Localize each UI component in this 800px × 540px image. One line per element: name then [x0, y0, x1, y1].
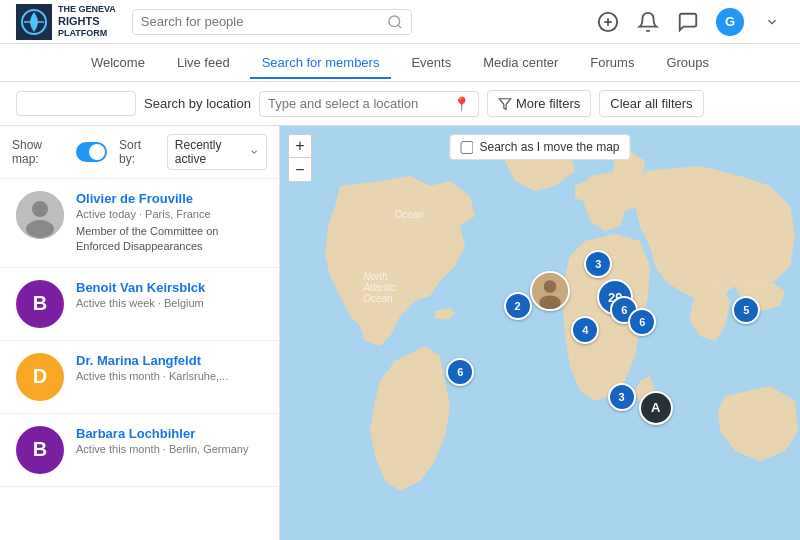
map-cluster[interactable]: A [639, 391, 673, 425]
svg-point-1 [389, 16, 400, 27]
nav-groups[interactable]: Groups [654, 47, 721, 78]
avatar: B [16, 280, 64, 328]
show-map-toggle[interactable] [76, 142, 107, 162]
members-panel: Show map: Sort by: Recently active [0, 126, 280, 540]
zoom-out-button[interactable]: − [288, 158, 312, 182]
nav-events[interactable]: Events [399, 47, 463, 78]
list-item[interactable]: Olivier de Frouville Active today · Pari… [0, 179, 279, 268]
map-cluster[interactable]: 5 [732, 296, 760, 324]
member-name: Olivier de Frouville [76, 191, 263, 206]
notification-icon[interactable] [636, 10, 660, 34]
member-info: Olivier de Frouville Active today · Pari… [76, 191, 263, 255]
global-search-input[interactable] [141, 14, 387, 29]
main-nav: Welcome Live feed Search for members Eve… [0, 44, 800, 82]
clear-filters-button[interactable]: Clear all filters [599, 90, 703, 117]
member-info: Benoit Van Keirsblck Active this week · … [76, 280, 263, 313]
member-status: Active today · Paris, France [76, 208, 263, 220]
list-item[interactable]: B Barbara Lochbihler Active this month ·… [0, 414, 279, 487]
logo-text: THE GENEVA RIGHTS PLATFORM [58, 4, 116, 39]
list-item[interactable]: D Dr. Marina Langfeldt Active this month… [0, 341, 279, 414]
user-avatar[interactable]: G [716, 8, 744, 36]
more-filters-button[interactable]: More filters [487, 90, 591, 117]
world-map [280, 126, 800, 540]
global-search[interactable] [132, 9, 412, 35]
location-icon: 📍 [453, 96, 470, 112]
main-content: Show map: Sort by: Recently active [0, 126, 800, 540]
member-status: Active this month · Karlsruhe,... [76, 370, 263, 382]
nav-welcome[interactable]: Welcome [79, 47, 157, 78]
search-icon [387, 14, 403, 30]
list-item[interactable]: B Benoit Van Keirsblck Active this week … [0, 268, 279, 341]
message-icon[interactable] [676, 10, 700, 34]
logo-icon [16, 4, 52, 40]
add-icon[interactable] [596, 10, 620, 34]
header-actions: G [596, 8, 784, 36]
nav-forums[interactable]: Forums [578, 47, 646, 78]
filter-bar: Search by location 📍 More filters Clear … [0, 82, 800, 126]
sort-dropdown[interactable]: Recently active [167, 134, 267, 170]
map-cluster[interactable]: 3 [608, 383, 636, 411]
search-as-move-label: Search as I move the map [479, 140, 619, 154]
map-photo-marker[interactable] [530, 271, 570, 311]
avatar: D [16, 353, 64, 401]
svg-line-2 [398, 25, 401, 28]
member-status: Active this month · Berlin, Germany [76, 443, 263, 455]
logo: THE GENEVA RIGHTS PLATFORM [16, 4, 116, 40]
member-info: Dr. Marina Langfeldt Active this month ·… [76, 353, 263, 386]
show-map-label: Show map: [12, 138, 64, 166]
member-name: Dr. Marina Langfeldt [76, 353, 263, 368]
chevron-down-icon[interactable] [760, 10, 784, 34]
svg-point-14 [543, 280, 556, 293]
location-filter-label: Search by location [144, 96, 251, 111]
member-status: Active this week · Belgium [76, 297, 263, 309]
sort-label: Sort by: [119, 138, 155, 166]
header: THE GENEVA RIGHTS PLATFORM G [0, 0, 800, 44]
filter-icon [498, 97, 512, 111]
map-cluster[interactable]: 2 [504, 292, 532, 320]
nav-media-center[interactable]: Media center [471, 47, 570, 78]
svg-point-15 [539, 295, 561, 309]
member-info: Barbara Lochbihler Active this month · B… [76, 426, 263, 459]
avatar: B [16, 426, 64, 474]
location-input[interactable] [268, 96, 453, 111]
text-search-box[interactable] [16, 91, 136, 116]
map-panel[interactable]: + − Search as I move the map 3 29 6 6 4 … [280, 126, 800, 540]
member-desc: Member of the Committee on Enforced Disa… [76, 224, 263, 255]
member-name: Barbara Lochbihler [76, 426, 263, 441]
svg-point-11 [26, 220, 54, 238]
svg-marker-8 [499, 98, 511, 109]
members-list: Olivier de Frouville Active today · Pari… [0, 179, 279, 540]
controls-bar: Show map: Sort by: Recently active [0, 126, 279, 179]
nav-live-feed[interactable]: Live feed [165, 47, 242, 78]
location-search[interactable]: 📍 [259, 91, 479, 117]
map-container[interactable]: + − Search as I move the map 3 29 6 6 4 … [280, 126, 800, 540]
search-as-move-checkbox[interactable] [460, 141, 473, 154]
avatar [16, 191, 64, 239]
chevron-down-icon [249, 146, 259, 158]
nav-search-members[interactable]: Search for members [250, 47, 392, 78]
svg-point-10 [32, 201, 48, 217]
search-as-move[interactable]: Search as I move the map [449, 134, 630, 160]
member-name: Benoit Van Keirsblck [76, 280, 263, 295]
map-zoom-controls[interactable]: + − [288, 134, 312, 182]
zoom-in-button[interactable]: + [288, 134, 312, 158]
